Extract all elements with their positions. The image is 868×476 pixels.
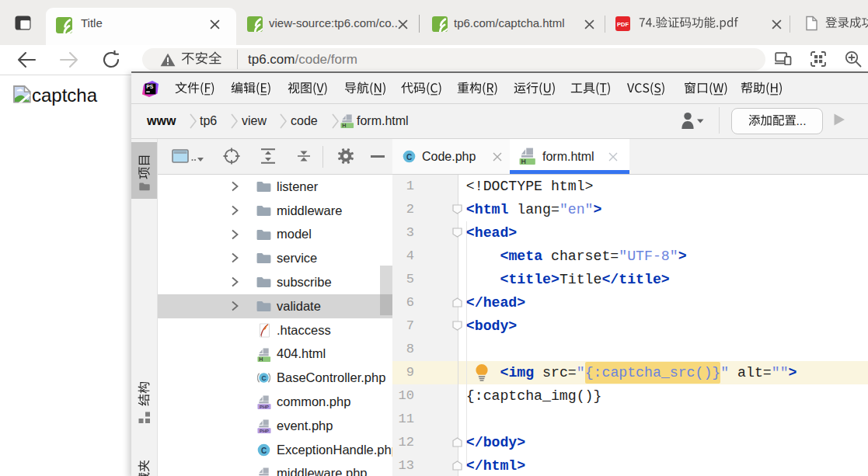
svg-text:H: H [342, 122, 346, 128]
svg-text:PHP: PHP [260, 405, 269, 409]
svg-text:C: C [261, 446, 267, 455]
svg-text:H: H [521, 158, 526, 165]
svg-text:C: C [261, 374, 266, 382]
svg-text:H: H [259, 356, 263, 362]
svg-text:PHP: PHP [260, 429, 269, 433]
svg-text:PS: PS [146, 84, 154, 89]
svg-text:PDF: PDF [617, 21, 629, 28]
svg-text:C: C [406, 153, 412, 162]
